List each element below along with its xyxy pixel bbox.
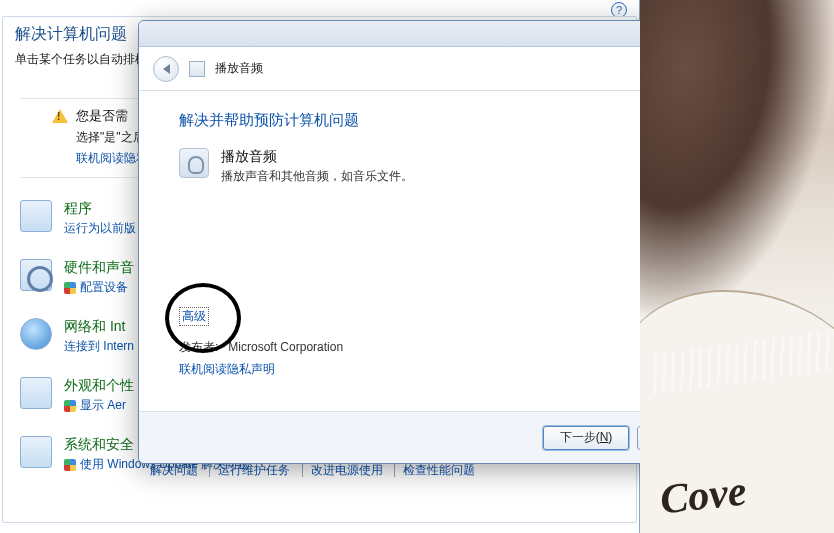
hardware-icon <box>20 259 52 291</box>
publisher-value: Microsoft Corporation <box>228 340 343 354</box>
dialog-section-title: 解决并帮助预防计算机问题 <box>179 111 711 130</box>
dialog-header-title: 播放音频 <box>215 60 263 77</box>
publisher-label: 发布者: <box>179 340 218 354</box>
footer-link[interactable]: 解决问题 <box>150 463 206 477</box>
warning-triangle-icon <box>52 109 68 123</box>
footer-link[interactable]: 运行维护任务 <box>209 463 298 477</box>
privacy-link[interactable]: 联机阅读隐私声明 <box>179 361 275 378</box>
advanced-link[interactable]: 高级 <box>179 307 209 326</box>
footer-link[interactable]: 改进电源使用 <box>302 463 391 477</box>
footer-link[interactable]: 检查性能问题 <box>394 463 483 477</box>
page-title: 解决计算机问题 <box>15 24 127 45</box>
photo-hair <box>640 0 834 335</box>
publisher-line: 发布者: Microsoft Corporation <box>179 339 343 356</box>
desktop-wallpaper-strip: Cove <box>640 0 834 533</box>
appearance-icon <box>20 377 52 409</box>
troubleshooter-item: 播放音频 播放声音和其他音频，如音乐文件。 <box>179 148 711 185</box>
network-icon <box>20 318 52 350</box>
troubleshooter-icon <box>189 61 205 77</box>
troubleshooter-item-title: 播放音频 <box>221 148 711 166</box>
shield-icon <box>64 459 76 471</box>
programs-icon <box>20 200 52 232</box>
audio-icon <box>179 148 209 178</box>
next-button[interactable]: 下一步(N) <box>543 426 629 450</box>
troubleshooter-item-desc: 播放声音和其他音频，如音乐文件。 <box>221 168 711 185</box>
shield-icon <box>64 400 76 412</box>
photo-logo-text: Cove <box>658 467 749 524</box>
shield-icon <box>64 282 76 294</box>
warning-title: 您是否需 <box>76 107 128 125</box>
footer-links: 解决问题 运行维护任务 改进电源使用 检查性能问题 <box>150 462 483 479</box>
back-arrow-icon <box>163 64 170 74</box>
back-button[interactable] <box>153 56 179 82</box>
security-icon <box>20 436 52 468</box>
